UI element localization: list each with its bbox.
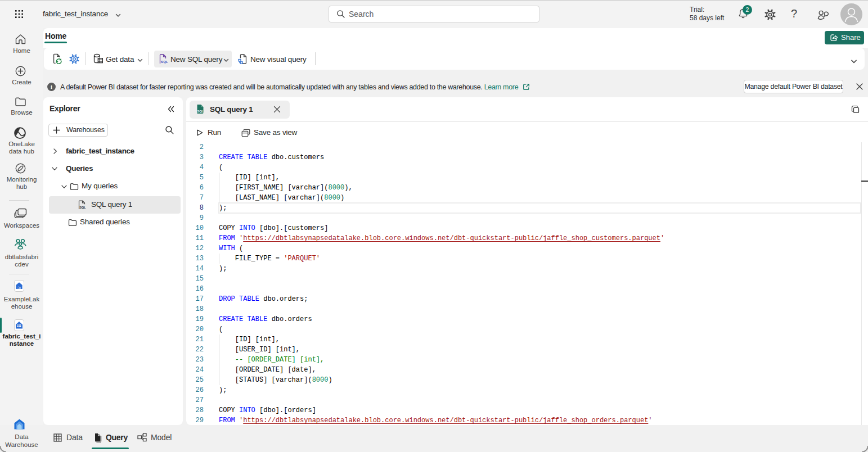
svg-text:SQL: SQL xyxy=(79,206,86,209)
svg-text:SQL: SQL xyxy=(161,60,168,64)
svg-text:SQL: SQL xyxy=(197,110,204,113)
